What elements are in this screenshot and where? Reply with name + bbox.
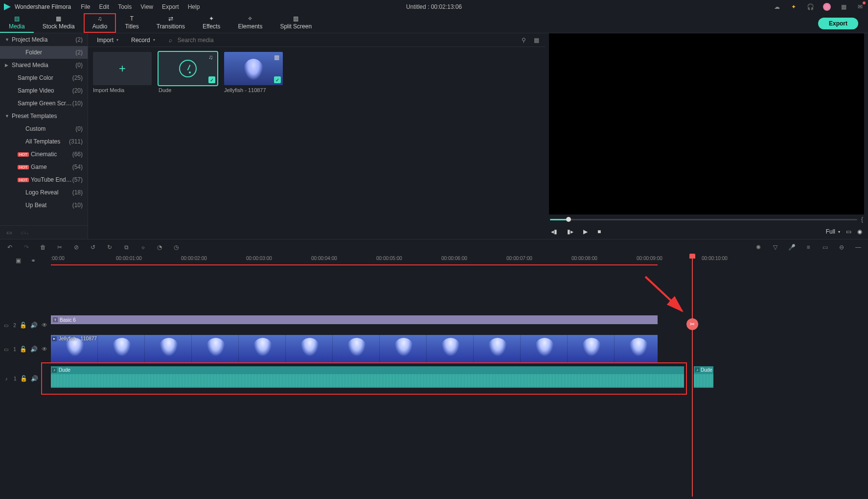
chevron-icon: ▼ <box>5 114 10 119</box>
tab-transitions[interactable]: ⇄Transitions <box>148 13 194 33</box>
snapshot-icon[interactable]: ◉ <box>857 228 862 235</box>
message-icon[interactable]: ✉ <box>856 3 864 11</box>
thumb-import-media[interactable]: +Import Media <box>93 52 152 234</box>
thumb-box[interactable]: ▦✓ <box>224 52 283 85</box>
sidebar-item-folder[interactable]: Folder(2) <box>0 46 88 59</box>
filter-icon[interactable]: ⚲ <box>520 36 527 44</box>
lock-icon[interactable]: 🔓 <box>21 375 27 382</box>
thumb-jellyfish-110877[interactable]: ▦✓Jellyfish - 110877 <box>224 52 283 234</box>
menu-items: File Edit Tools View Export Help <box>81 3 200 10</box>
tab-media[interactable]: ▤Media <box>0 13 34 33</box>
render-icon[interactable]: ✺ <box>754 243 762 251</box>
crop-icon[interactable]: ⧉ <box>122 243 130 251</box>
sidebar-item-youtube-endscr-[interactable]: HOTYouTube Endscr...(57) <box>0 173 88 186</box>
sidebar-item-all-templates[interactable]: All Templates(311) <box>0 135 88 148</box>
cut-icon[interactable]: ✂ <box>56 243 64 251</box>
sidebar-item-shared-media[interactable]: ▶Shared Media(0) <box>0 59 88 71</box>
thumb-box[interactable]: ♫✓ <box>159 52 217 85</box>
effects-tab-icon: ✦ <box>207 15 215 22</box>
tab-audio[interactable]: ♫Audio <box>84 13 116 33</box>
import-dropdown[interactable]: Import▾ <box>93 36 122 45</box>
tab-split-screen[interactable]: ▥Split Screen <box>271 13 320 33</box>
audio-clip[interactable]: ♪ Dude <box>51 366 684 388</box>
menu-edit[interactable]: Edit <box>99 3 110 10</box>
cloud-icon[interactable]: ☁ <box>773 3 781 11</box>
video-clip[interactable]: ▸ Jellyfish - 110877 <box>51 335 658 363</box>
menu-help[interactable]: Help <box>188 3 200 10</box>
marker-icon[interactable]: ▽ <box>771 243 779 251</box>
zoom-out-icon[interactable]: ⊖ <box>838 243 845 251</box>
display-icon[interactable]: ▭ <box>846 228 851 235</box>
audio-adj-icon[interactable]: ▭ <box>821 243 829 251</box>
mute-icon[interactable]: 🔊 <box>31 346 38 353</box>
adjust-icon[interactable]: ⟐ <box>139 243 147 251</box>
eye-icon[interactable]: 👁 <box>42 322 48 329</box>
lock-icon[interactable]: 🔓 <box>20 346 27 353</box>
mute-icon[interactable]: 🔊 <box>31 375 38 382</box>
eye-icon[interactable]: 👁 <box>42 346 48 353</box>
sidebar-item-sample-video[interactable]: Sample Video(20) <box>0 84 88 97</box>
title-clip[interactable]: T Basic 6 <box>51 315 658 324</box>
quality-dropdown[interactable]: Full▾ <box>826 228 840 235</box>
mixer-icon[interactable]: ≡ <box>804 243 812 251</box>
tab-elements[interactable]: ✧Elements <box>229 13 271 33</box>
speed-down-icon[interactable]: ↺ <box>89 243 97 251</box>
zoom-slider-icon[interactable]: — <box>854 243 862 251</box>
save-icon[interactable]: ▦ <box>840 3 847 11</box>
record-dropdown[interactable]: Record▾ <box>127 36 159 45</box>
sidebar-item-sample-color[interactable]: Sample Color(25) <box>0 71 88 84</box>
sidebar-item-cinematic[interactable]: HOTCinematic(66) <box>0 148 88 161</box>
sidebar-item-count: (57) <box>72 176 83 183</box>
progress-slider[interactable] <box>550 219 857 220</box>
stop-icon[interactable]: ■ <box>597 228 601 235</box>
grid-view-icon[interactable]: ▦ <box>532 36 540 44</box>
speed-up-icon[interactable]: ↻ <box>106 243 114 251</box>
sidebar-item-preset-templates[interactable]: ▼Preset Templates <box>0 110 88 122</box>
tab-effects[interactable]: ✦Effects <box>194 13 229 33</box>
sidebar-item-custom[interactable]: Custom(0) <box>0 122 88 135</box>
headphones-icon[interactable]: 🎧 <box>806 3 814 11</box>
search-input[interactable] <box>178 37 512 44</box>
audio-clip-2[interactable]: ♪Dude <box>694 366 713 388</box>
waveform <box>51 374 684 387</box>
export-button[interactable]: Export <box>818 18 858 29</box>
mute-icon[interactable]: 🔊 <box>31 322 38 329</box>
delete-icon[interactable]: 🗑 <box>39 243 47 251</box>
sidebar-item-logo-reveal[interactable]: Logo Reveal(18) <box>0 186 88 199</box>
menu-file[interactable]: File <box>81 3 90 10</box>
sidebar-item-sample-green-scre-[interactable]: Sample Green Scre...(10) <box>0 97 88 110</box>
thumb-box[interactable]: + <box>93 52 152 85</box>
redo-icon[interactable]: ↷ <box>23 243 30 251</box>
scissors-icon[interactable]: ✂ <box>686 318 698 330</box>
prev-frame-icon[interactable]: ◂▮ <box>551 228 557 235</box>
avatar[interactable] <box>823 3 831 11</box>
menu-tools[interactable]: Tools <box>118 3 132 10</box>
playhead[interactable]: ✂ <box>692 255 693 497</box>
audio-clip-icon: ♪ <box>695 367 700 372</box>
tab-titles[interactable]: TTitles <box>116 13 147 33</box>
new-folder-icon[interactable]: ▭₊ <box>21 229 28 237</box>
play-icon[interactable]: ▶ <box>583 228 588 235</box>
tab-stock-media[interactable]: ▦Stock Media <box>34 13 84 33</box>
sidebar-item-label: Project Media <box>12 36 75 43</box>
undo-icon[interactable]: ↶ <box>6 243 14 251</box>
menu-export[interactable]: Export <box>162 3 179 10</box>
menu-view[interactable]: View <box>140 3 153 10</box>
color-icon[interactable]: ◔ <box>156 243 163 251</box>
greenscreen-icon[interactable]: ◷ <box>172 243 180 251</box>
sidebar-item-up-beat[interactable]: Up Beat(10) <box>0 199 88 212</box>
select-all-icon[interactable]: ▣ <box>16 257 21 264</box>
sidebar-item-count: (10) <box>72 100 83 107</box>
sidebar-item-game[interactable]: HOTGame(54) <box>0 161 88 173</box>
voiceover-icon[interactable]: 🎤 <box>788 243 796 251</box>
sparkle-icon[interactable]: ✦ <box>790 3 798 11</box>
link-icon[interactable]: ⚭ <box>31 257 36 264</box>
next-frame-icon[interactable]: ▮▸ <box>567 228 573 235</box>
lock-icon[interactable]: 🔓 <box>20 322 27 329</box>
thumb-dude[interactable]: ♫✓Dude <box>159 52 217 234</box>
ruler[interactable]: ✂ :00:0000:00:01:0000:00:02:0000:00:03:0… <box>51 255 868 266</box>
folder-icon[interactable]: ▭ <box>5 229 13 237</box>
sidebar-collapse[interactable]: ◂ <box>88 131 88 141</box>
sidebar-item-project-media[interactable]: ▼Project Media(2) <box>0 33 88 46</box>
prohibit-icon[interactable]: ⊘ <box>72 243 80 251</box>
